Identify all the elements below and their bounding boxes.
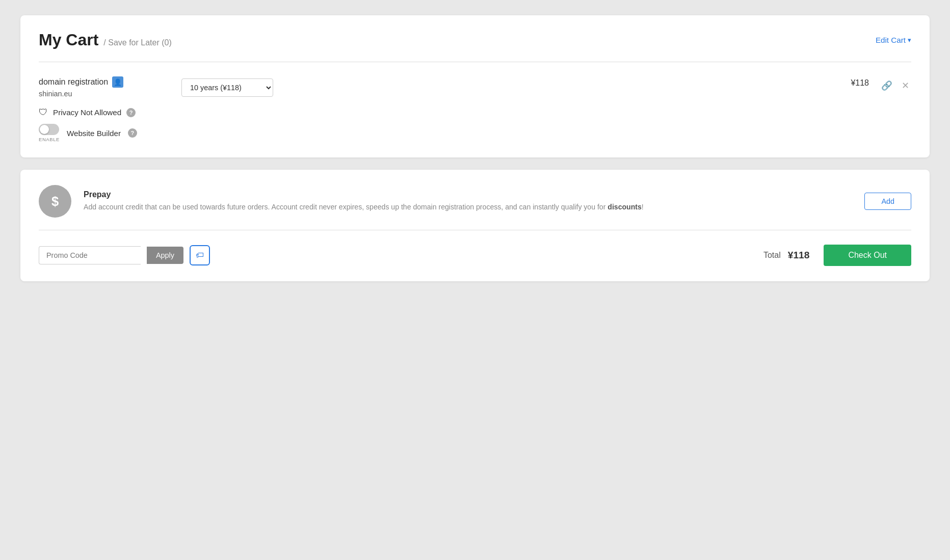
- item-price: ¥118: [851, 78, 869, 87]
- prepay-card: $ Prepay Add account credit that can be …: [20, 170, 930, 281]
- bottom-row: Apply 🏷 Total ¥118 Check Out: [39, 245, 911, 266]
- dollar-circle: $: [39, 185, 71, 218]
- cart-card: My Cart / Save for Later (0) Edit Cart ▾…: [20, 15, 930, 157]
- save-for-later: / Save for Later (0): [103, 38, 171, 47]
- website-builder-toggle[interactable]: [39, 124, 59, 135]
- tag-icon: 🏷: [196, 251, 204, 260]
- discount-word: discounts: [608, 203, 642, 211]
- website-builder-row: ENABLE Website Builder ?: [39, 124, 171, 142]
- cart-title-group: My Cart / Save for Later (0): [39, 31, 172, 49]
- duration-select[interactable]: 10 years (¥118) 1 year (¥12) 2 years (¥2…: [181, 78, 273, 97]
- privacy-row: 🛡 Privacy Not Allowed ?: [39, 107, 171, 118]
- toggle-wrapper: ENABLE: [39, 124, 60, 142]
- item-domain: shinian.eu: [39, 90, 171, 98]
- tag-icon-button[interactable]: 🏷: [190, 245, 210, 265]
- prepay-desc-text: Add account credit that can be used towa…: [84, 203, 605, 211]
- prepay-divider: [39, 230, 911, 230]
- chevron-down-icon: ▾: [908, 36, 911, 44]
- cart-header: My Cart / Save for Later (0) Edit Cart ▾: [39, 31, 911, 49]
- prepay-title: Prepay: [84, 190, 852, 199]
- total-area: Total ¥118: [763, 250, 809, 261]
- toggle-knob: [40, 125, 49, 134]
- prepay-info: Prepay Add account credit that can be us…: [84, 190, 852, 212]
- toggle-label: ENABLE: [39, 137, 60, 142]
- user-icon: 👤: [112, 76, 123, 88]
- cart-item: domain registration 👤 shinian.eu 🛡 Priva…: [39, 76, 911, 142]
- privacy-help-icon[interactable]: ?: [126, 108, 136, 117]
- total-amount: ¥118: [788, 250, 810, 261]
- prepay-row: $ Prepay Add account credit that can be …: [39, 185, 911, 218]
- shield-icon: 🛡: [39, 107, 48, 118]
- item-info: domain registration 👤 shinian.eu 🛡 Priva…: [39, 76, 171, 142]
- prepay-desc-suffix: !: [642, 203, 644, 211]
- item-price-area: ¥118: [828, 76, 869, 88]
- total-label: Total: [763, 251, 781, 260]
- dollar-symbol: $: [51, 194, 59, 209]
- link-icon[interactable]: 🔗: [879, 78, 894, 93]
- item-name: domain registration: [39, 77, 108, 87]
- item-name-row: domain registration 👤: [39, 76, 171, 88]
- remove-icon[interactable]: ✕: [900, 78, 911, 93]
- item-actions: 🔗 ✕: [879, 76, 911, 93]
- privacy-label: Privacy Not Allowed: [53, 108, 121, 117]
- promo-code-input[interactable]: [39, 246, 141, 264]
- duration-select-wrapper: 10 years (¥118) 1 year (¥12) 2 years (¥2…: [181, 76, 273, 97]
- prepay-add-button[interactable]: Add: [864, 193, 911, 210]
- website-builder-label: Website Builder: [67, 129, 121, 138]
- website-builder-help-icon[interactable]: ?: [128, 128, 137, 138]
- cart-divider: [39, 62, 911, 62]
- prepay-description: Add account credit that can be used towa…: [84, 202, 852, 212]
- edit-cart-button[interactable]: Edit Cart ▾: [876, 36, 911, 44]
- apply-button[interactable]: Apply: [147, 247, 183, 264]
- cart-title: My Cart: [39, 31, 98, 49]
- edit-cart-label: Edit Cart: [876, 36, 906, 44]
- checkout-button[interactable]: Check Out: [824, 245, 911, 266]
